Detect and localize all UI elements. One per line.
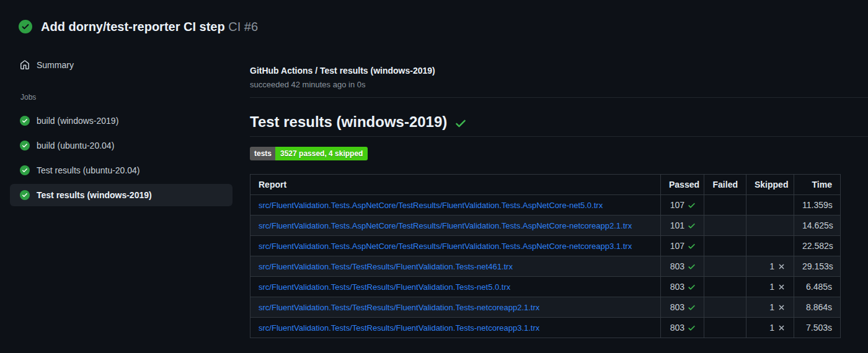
page: { "header": { "title": "Add dorny/test-r… xyxy=(0,0,868,353)
time-value: 8.864s xyxy=(794,297,841,318)
table-row: src/FluentValidation.Tests/TestResults/F… xyxy=(250,277,841,297)
check-icon xyxy=(688,283,696,291)
passed-cell: 803 xyxy=(661,297,704,318)
report-link[interactable]: src/FluentValidation.Tests.AspNetCore/Te… xyxy=(259,201,603,210)
check-circle-icon xyxy=(20,116,30,126)
time-value: 7.503s xyxy=(794,318,841,338)
sidebar-item-job-1[interactable]: build (ubuntu-20.04) xyxy=(10,134,232,157)
check-icon xyxy=(688,201,696,209)
jobs-section-label: Jobs xyxy=(10,92,232,102)
failed-cell xyxy=(704,256,746,277)
skipped-cell xyxy=(746,216,794,236)
report-cell: src/FluentValidation.Tests/TestResults/F… xyxy=(250,256,661,277)
failed-cell xyxy=(704,277,746,297)
skipped-count: 1 xyxy=(769,302,774,312)
col-header-report: Report xyxy=(250,175,661,195)
passed-count: 803 xyxy=(670,323,684,333)
run-title-text: Add dorny/test-reporter CI step xyxy=(41,20,225,33)
passed-count: 107 xyxy=(670,200,684,210)
job-label: build (windows-2019) xyxy=(37,116,118,126)
check-icon xyxy=(454,117,467,129)
job-status-text: succeeded 42 minutes ago in 0s xyxy=(250,80,868,90)
job-label: Test results (ubuntu-20.04) xyxy=(37,165,140,175)
report-cell: src/FluentValidation.Tests.AspNetCore/Te… xyxy=(250,195,661,216)
job-label: Test results (windows-2019) xyxy=(37,190,152,200)
skipped-count: 1 xyxy=(769,261,774,271)
run-header: Add dorny/test-reporter CI step CI #6 xyxy=(0,0,868,34)
skipped-cell: 1 xyxy=(746,297,794,318)
report-link[interactable]: src/FluentValidation.Tests.AspNetCore/Te… xyxy=(259,221,632,230)
table-header-row: Report Passed Failed Skipped Time xyxy=(250,175,841,195)
table-row: src/FluentValidation.Tests/TestResults/F… xyxy=(250,256,841,277)
x-icon xyxy=(777,283,786,291)
report-link[interactable]: src/FluentValidation.Tests/TestResults/F… xyxy=(259,323,539,333)
time-value: 11.359s xyxy=(794,195,841,216)
jobs-list: build (windows-2019) build (ubuntu-20.04… xyxy=(10,110,232,206)
report-cell: src/FluentValidation.Tests.AspNetCore/Te… xyxy=(250,236,661,256)
report-link[interactable]: src/FluentValidation.Tests.AspNetCore/Te… xyxy=(259,242,632,251)
job-breadcrumb: GitHub Actions / Test results (windows-2… xyxy=(250,65,868,76)
check-icon xyxy=(688,303,696,312)
passed-count: 107 xyxy=(670,241,684,251)
run-number: CI #6 xyxy=(228,20,258,33)
skipped-count: 1 xyxy=(769,323,774,333)
table-row: src/FluentValidation.Tests/TestResults/F… xyxy=(250,318,841,338)
failed-cell xyxy=(704,216,746,236)
main-panel: GitHub Actions / Test results (windows-2… xyxy=(232,56,868,338)
section-heading: Test results (windows-2019) xyxy=(250,113,868,137)
time-value: 14.625s xyxy=(794,216,841,236)
skipped-cell: 1 xyxy=(746,277,794,297)
skipped-cell xyxy=(746,195,794,216)
tests-badge: tests 3527 passed, 4 skipped xyxy=(250,147,368,160)
skipped-count: 1 xyxy=(769,282,774,292)
col-header-failed: Failed xyxy=(704,175,746,195)
skipped-cell xyxy=(746,236,794,256)
table-row: src/FluentValidation.Tests.AspNetCore/Te… xyxy=(250,216,841,236)
passed-cell: 803 xyxy=(661,318,704,338)
report-cell: src/FluentValidation.Tests/TestResults/F… xyxy=(250,277,661,297)
job-label: build (ubuntu-20.04) xyxy=(37,141,114,150)
skipped-cell: 1 xyxy=(746,256,794,277)
report-link[interactable]: src/FluentValidation.Tests/TestResults/F… xyxy=(259,282,510,292)
x-icon xyxy=(777,303,786,312)
results-table: Report Passed Failed Skipped Time src/Fl… xyxy=(250,174,841,338)
passed-count: 101 xyxy=(670,220,684,230)
passed-cell: 101 xyxy=(661,216,704,236)
sidebar: Summary Jobs build (windows-2019) build … xyxy=(0,56,232,338)
x-icon xyxy=(777,263,786,271)
home-icon xyxy=(20,60,30,70)
passed-count: 803 xyxy=(670,261,684,271)
report-link[interactable]: src/FluentValidation.Tests/TestResults/F… xyxy=(259,262,513,271)
check-icon xyxy=(688,324,696,332)
check-icon xyxy=(688,242,696,250)
passed-count: 803 xyxy=(670,302,684,312)
table-row: src/FluentValidation.Tests/TestResults/F… xyxy=(250,297,841,318)
check-circle-icon xyxy=(19,20,32,33)
run-meta: GitHub Actions / Test results (windows-2… xyxy=(250,65,868,98)
sidebar-item-job-0[interactable]: build (windows-2019) xyxy=(10,110,232,132)
sidebar-item-summary[interactable]: Summary xyxy=(10,56,232,74)
run-title: Add dorny/test-reporter CI step CI #6 xyxy=(41,19,258,34)
report-cell: src/FluentValidation.Tests/TestResults/F… xyxy=(250,297,661,318)
report-cell: src/FluentValidation.Tests/TestResults/F… xyxy=(250,318,661,338)
col-header-time: Time xyxy=(794,175,841,195)
check-circle-icon xyxy=(20,165,30,175)
report-link[interactable]: src/FluentValidation.Tests/TestResults/F… xyxy=(259,303,539,312)
passed-cell: 107 xyxy=(661,236,704,256)
sidebar-item-job-3[interactable]: Test results (windows-2019) xyxy=(10,184,232,206)
sidebar-item-job-2[interactable]: Test results (ubuntu-20.04) xyxy=(10,159,232,181)
passed-cell: 107 xyxy=(661,195,704,216)
failed-cell xyxy=(704,195,746,216)
col-header-passed: Passed xyxy=(661,175,704,195)
time-value: 29.153s xyxy=(794,256,841,277)
badge-value: 3527 passed, 4 skipped xyxy=(275,147,368,160)
time-value: 22.582s xyxy=(794,236,841,256)
check-circle-icon xyxy=(20,141,30,150)
failed-cell xyxy=(704,318,746,338)
section-heading-text: Test results (windows-2019) xyxy=(250,113,447,131)
passed-cell: 803 xyxy=(661,256,704,277)
col-header-skipped: Skipped xyxy=(746,175,794,195)
failed-cell xyxy=(704,236,746,256)
check-icon xyxy=(688,263,696,271)
passed-cell: 803 xyxy=(661,277,704,297)
